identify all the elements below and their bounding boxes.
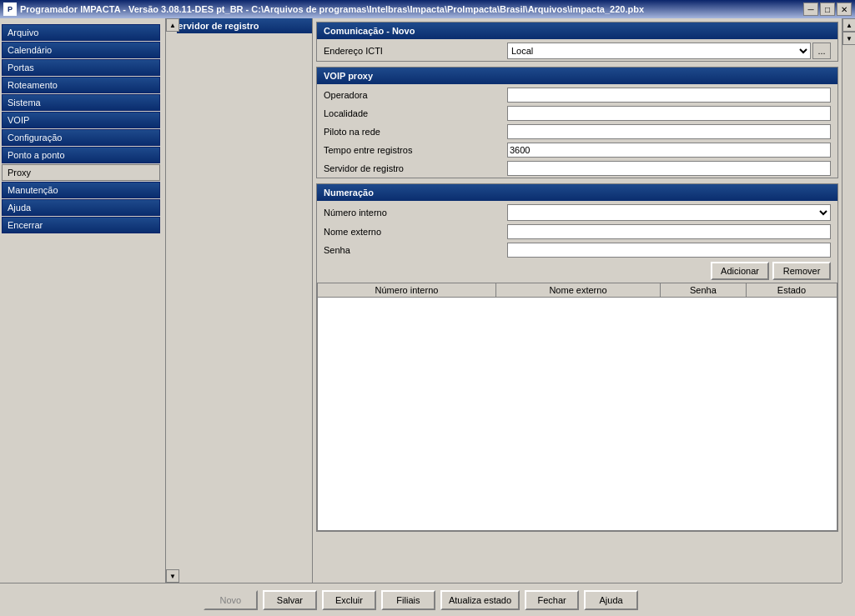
- icti-label: Endereço ICTI: [324, 46, 507, 56]
- nome-externo-label: Nome externo: [324, 227, 507, 237]
- servidor-label: Servidor de registro: [324, 163, 507, 173]
- center-panel-header: Servidor de registro: [167, 18, 312, 33]
- numero-interno-group: [507, 204, 831, 221]
- operadora-label: Operadora: [324, 90, 507, 100]
- piloto-input[interactable]: [507, 124, 831, 139]
- piloto-row: Piloto na rede: [317, 123, 837, 141]
- tempo-row: Tempo entre registros: [317, 141, 837, 159]
- numero-interno-row: Número interno: [317, 203, 837, 223]
- sidebar-item-ponto-a-ponto[interactable]: Ponto a ponto: [2, 147, 160, 163]
- sidebar-item-configuração[interactable]: Configuração: [2, 129, 160, 146]
- minimize-button[interactable]: ─: [803, 3, 818, 16]
- sidebar-scroll-up[interactable]: ▲: [166, 18, 179, 32]
- localidade-label: Localidade: [324, 108, 507, 118]
- icti-row: Endereço ICTI Local ...: [317, 41, 837, 61]
- nome-externo-row: Nome externo: [317, 223, 837, 241]
- fechar-button[interactable]: Fechar: [525, 590, 579, 610]
- bottom-toolbar: Novo Salvar Excluir Filiais Atualiza est…: [0, 583, 842, 616]
- localidade-input[interactable]: [507, 106, 831, 121]
- col-estado: Estado: [746, 283, 837, 298]
- title-controls: ─ □ ✕: [803, 3, 852, 16]
- voip-proxy-header: VOIP proxy: [317, 68, 837, 84]
- tempo-label: Tempo entre registros: [324, 145, 507, 155]
- excluir-button[interactable]: Excluir: [322, 590, 376, 610]
- icti-input-group: Local ...: [507, 43, 831, 59]
- col-numero-interno: Número interno: [318, 283, 496, 298]
- sidebar-scroll-down[interactable]: ▼: [166, 569, 179, 583]
- sidebar-item-voip[interactable]: VOIP: [2, 112, 160, 128]
- senha-input[interactable]: [507, 243, 831, 258]
- tempo-input[interactable]: [507, 143, 831, 158]
- icti-select[interactable]: Local: [507, 43, 811, 59]
- localidade-row: Localidade: [317, 104, 837, 123]
- numeracao-table: Número interno Nome externo Senha Estado: [317, 283, 837, 298]
- title-icon: P: [3, 3, 17, 16]
- close-button[interactable]: ✕: [837, 3, 852, 16]
- senha-row: Senha: [317, 241, 837, 259]
- right-panel: Comunicação - Novo Endereço ICTI Local .…: [313, 18, 842, 583]
- senha-label: Senha: [324, 245, 507, 255]
- sidebar-item-encerrar[interactable]: Encerrar: [2, 217, 160, 233]
- sidebar-item-roteamento[interactable]: Roteamento: [2, 77, 160, 93]
- sidebar-item-arquivo[interactable]: Arquivo: [2, 24, 160, 41]
- numeracao-header: Numeração: [317, 184, 837, 201]
- operadora-input[interactable]: [507, 88, 831, 103]
- sidebar-scrollbar: ▲ ▼: [165, 18, 177, 583]
- table-body-area: [317, 298, 837, 531]
- servidor-row: Servidor de registro: [317, 159, 837, 178]
- sidebar-item-proxy[interactable]: Proxy: [2, 164, 160, 181]
- icti-browse-button[interactable]: ...: [812, 43, 831, 59]
- title-bar: P Programador IMPACTA - Versão 3.08.11-D…: [0, 0, 855, 18]
- scrollbar: ▲ ▼: [842, 18, 855, 583]
- numero-interno-select[interactable]: [507, 204, 831, 221]
- sidebar-item-manutenção[interactable]: Manutenção: [2, 182, 160, 198]
- col-senha: Senha: [660, 283, 746, 298]
- scroll-up-arrow[interactable]: ▲: [842, 18, 855, 32]
- ajuda-button[interactable]: Ajuda: [584, 590, 638, 610]
- numeracao-section: Numeração Número interno Nome externo Se…: [316, 183, 838, 532]
- sidebar-item-calendário[interactable]: Calendário: [2, 42, 160, 58]
- maximize-button[interactable]: □: [820, 3, 835, 16]
- action-buttons-row: Adicionar Remover: [317, 259, 837, 283]
- operadora-row: Operadora: [317, 86, 837, 104]
- communication-section: Comunicação - Novo Endereço ICTI Local .…: [316, 22, 838, 62]
- salvar-button[interactable]: Salvar: [263, 590, 317, 610]
- communication-header: Comunicação - Novo: [317, 23, 837, 39]
- piloto-label: Piloto na rede: [324, 127, 507, 137]
- sidebar-item-portas[interactable]: Portas: [2, 59, 160, 76]
- numero-interno-label: Número interno: [324, 208, 507, 218]
- sidebar-item-sistema[interactable]: Sistema: [2, 94, 160, 111]
- sidebar-item-ajuda[interactable]: Ajuda: [2, 199, 160, 216]
- filiais-button[interactable]: Filiais: [381, 590, 435, 610]
- novo-button[interactable]: Novo: [204, 590, 258, 610]
- center-panel: Servidor de registro: [167, 18, 313, 583]
- remover-button[interactable]: Remover: [772, 262, 831, 280]
- atualiza-estado-button[interactable]: Atualiza estado: [440, 590, 520, 610]
- title-text: Programador IMPACTA - Versão 3.08.11-DES…: [20, 4, 644, 14]
- adicionar-button[interactable]: Adicionar: [711, 262, 769, 280]
- col-nome-externo: Nome externo: [495, 283, 660, 298]
- sidebar: ArquivoCalendárioPortasRoteamentoSistema…: [0, 18, 167, 583]
- scroll-down-arrow[interactable]: ▼: [842, 32, 855, 45]
- servidor-input[interactable]: [507, 161, 831, 176]
- nome-externo-input[interactable]: [507, 224, 831, 239]
- voip-proxy-section: VOIP proxy Operadora Localidade Piloto n…: [316, 67, 838, 178]
